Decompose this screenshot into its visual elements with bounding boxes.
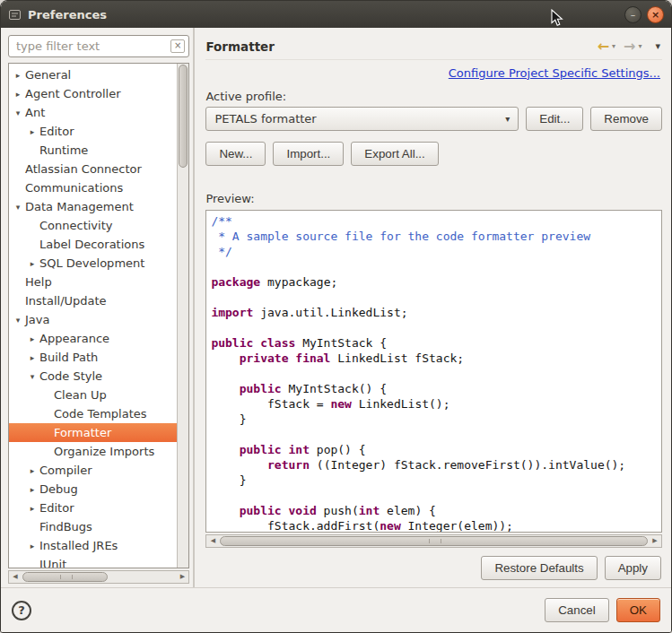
sidebar-item-editor[interactable]: ▸Editor xyxy=(9,499,177,517)
tree-item-label: Editor xyxy=(38,125,74,138)
collapse-icon[interactable]: ▾ xyxy=(27,372,38,381)
sidebar-item-formatter[interactable]: Formatter xyxy=(9,423,177,442)
edit-button[interactable]: Edit... xyxy=(526,107,583,131)
tree-vertical-scrollbar-thumb[interactable] xyxy=(179,65,188,168)
sidebar-item-help[interactable]: Help xyxy=(9,273,177,291)
scroll-right-icon[interactable]: ▶ xyxy=(649,538,661,544)
sidebar-item-editor[interactable]: ▸Editor xyxy=(9,122,177,141)
sidebar-item-general[interactable]: ▸General xyxy=(9,65,177,84)
tree-horizontal-scrollbar[interactable]: ◀ ▶ xyxy=(8,570,189,584)
tree-item-label: Build Path xyxy=(38,351,98,364)
export-all-button[interactable]: Export All... xyxy=(351,142,438,166)
expand-icon[interactable]: ▸ xyxy=(27,259,38,268)
sidebar-item-clean-up[interactable]: Clean Up xyxy=(9,386,177,404)
sidebar-item-code-style[interactable]: ▾Code Style xyxy=(9,367,177,386)
preview-horizontal-scrollbar[interactable]: ◀ ▶ xyxy=(205,534,662,548)
sidebar-item-communications[interactable]: Communications xyxy=(9,178,177,197)
code-line xyxy=(211,320,657,335)
active-profile-label: Active profile: xyxy=(205,85,662,103)
combo-arrow-icon: ▾ xyxy=(505,114,510,124)
configure-project-settings-link[interactable]: Configure Project Specific Settings... xyxy=(449,66,660,80)
back-dropdown-icon[interactable]: ▾ xyxy=(612,42,615,50)
forward-dropdown-icon[interactable]: ▾ xyxy=(638,42,641,50)
restore-defaults-button[interactable]: Restore Defaults xyxy=(481,556,597,580)
expand-icon[interactable]: ▸ xyxy=(27,127,38,136)
tree-item-label: JUnit xyxy=(38,558,66,568)
sidebar: × ▸General▸Agent Controller▾Ant▸EditorRu… xyxy=(1,28,193,587)
code-line xyxy=(211,427,657,442)
sidebar-item-compiler[interactable]: ▸Compiler xyxy=(9,461,177,480)
sidebar-item-agent-controller[interactable]: ▸Agent Controller xyxy=(9,84,177,103)
sidebar-item-sql-development[interactable]: ▸SQL Development xyxy=(9,254,177,273)
code-line xyxy=(211,259,657,274)
tree-item-label: Appearance xyxy=(38,332,109,345)
sidebar-item-debug[interactable]: ▸Debug xyxy=(9,480,177,499)
code-line: public void push(int elem) { xyxy=(211,503,657,518)
sidebar-item-findbugs[interactable]: FindBugs xyxy=(9,517,177,536)
expand-icon[interactable]: ▸ xyxy=(13,90,23,99)
ok-button[interactable]: OK xyxy=(616,598,660,622)
scroll-left-icon[interactable]: ◀ xyxy=(9,574,22,580)
active-profile-select[interactable]: PETALS formatter ▾ xyxy=(205,107,519,131)
code-line: public int pop() { xyxy=(211,442,657,457)
sidebar-item-code-templates[interactable]: Code Templates xyxy=(9,404,177,423)
scroll-left-icon[interactable]: ◀ xyxy=(206,538,219,544)
expand-icon[interactable]: ▸ xyxy=(27,334,38,343)
scroll-right-icon[interactable]: ▶ xyxy=(176,574,188,580)
sidebar-item-data-management[interactable]: ▾Data Management xyxy=(9,197,177,216)
code-line: /** xyxy=(211,213,657,229)
sidebar-item-ant[interactable]: ▾Ant xyxy=(9,103,177,122)
sidebar-item-connectivity[interactable]: Connectivity xyxy=(9,216,177,235)
collapse-icon[interactable]: ▾ xyxy=(13,316,23,325)
sidebar-item-build-path[interactable]: ▸Build Path xyxy=(9,348,177,367)
apply-button[interactable]: Apply xyxy=(605,556,661,580)
preview-horizontal-scrollbar-thumb[interactable] xyxy=(220,536,648,546)
page-title: Formatter xyxy=(205,39,275,54)
sidebar-item-atlassian-connector[interactable]: Atlassian Connector xyxy=(9,160,177,178)
tree-horizontal-scrollbar-thumb[interactable] xyxy=(22,572,108,582)
minimize-button[interactable]: – xyxy=(624,6,641,23)
sidebar-tree: ▸General▸Agent Controller▾Ant▸EditorRunt… xyxy=(9,64,177,568)
tree-item-label: Agent Controller xyxy=(23,87,121,100)
sidebar-item-junit[interactable]: JUnit xyxy=(9,555,177,568)
tree-item-label: Ant xyxy=(23,106,45,119)
expand-icon[interactable]: ▸ xyxy=(27,485,38,494)
expand-icon[interactable]: ▸ xyxy=(27,542,38,551)
code-line: * A sample source file for the code form… xyxy=(211,229,657,244)
expand-icon[interactable]: ▸ xyxy=(13,71,23,80)
import-button[interactable]: Import... xyxy=(273,142,344,166)
sidebar-item-label-decorations[interactable]: Label Decorations xyxy=(9,235,177,254)
sidebar-item-install-update[interactable]: Install/Update xyxy=(9,291,177,310)
sidebar-item-organize-imports[interactable]: Organize Imports xyxy=(9,442,177,461)
cancel-button[interactable]: Cancel xyxy=(545,598,609,622)
expand-icon[interactable]: ▸ xyxy=(27,504,38,513)
expand-icon[interactable]: ▸ xyxy=(27,353,38,362)
view-menu-icon[interactable]: ▾ xyxy=(655,40,660,52)
profile-row: PETALS formatter ▾ Edit... Remove xyxy=(205,107,662,134)
remove-button[interactable]: Remove xyxy=(590,107,662,131)
sidebar-item-java[interactable]: ▾Java xyxy=(9,310,177,329)
filter-input[interactable] xyxy=(14,39,170,54)
tree-item-label: Connectivity xyxy=(38,219,112,232)
link-row: Configure Project Specific Settings... xyxy=(205,60,662,85)
close-button[interactable]: × xyxy=(647,6,664,23)
bottom-bar: ? Cancel OK xyxy=(1,587,671,632)
tree-item-label: Help xyxy=(23,275,52,289)
sidebar-item-installed-jres[interactable]: ▸Installed JREs xyxy=(9,536,177,555)
forward-icon[interactable]: → xyxy=(624,38,635,55)
help-button[interactable]: ? xyxy=(12,601,31,620)
clear-filter-icon[interactable]: × xyxy=(170,39,185,53)
expand-icon[interactable]: ▸ xyxy=(27,466,38,475)
window-title: Preferences xyxy=(28,8,107,22)
back-icon[interactable]: ← xyxy=(598,38,609,55)
sidebar-item-appearance[interactable]: ▸Appearance xyxy=(9,329,177,348)
titlebar[interactable]: Preferences – × xyxy=(1,1,671,28)
tree-item-label: Install/Update xyxy=(23,294,107,308)
new-button[interactable]: New... xyxy=(205,142,266,166)
tree-item-label: Code Style xyxy=(38,369,102,383)
collapse-icon[interactable]: ▾ xyxy=(13,108,23,117)
collapse-icon[interactable]: ▾ xyxy=(13,203,23,212)
tree-vertical-scrollbar[interactable] xyxy=(177,64,188,568)
sidebar-item-runtime[interactable]: Runtime xyxy=(9,141,177,160)
tree-item-label: Editor xyxy=(38,501,74,515)
